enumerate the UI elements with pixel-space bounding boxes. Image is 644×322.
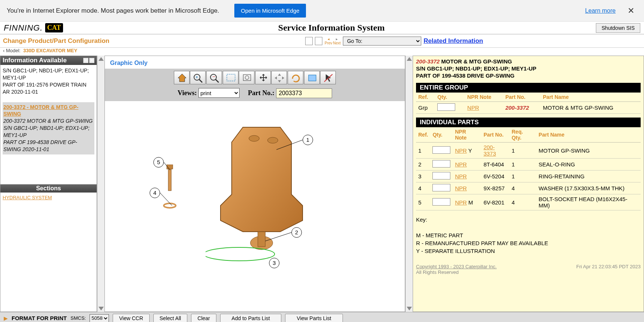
shutdown-button[interactable]: Shutdown SIS (596, 23, 640, 33)
scrollbar-left[interactable] (97, 56, 104, 312)
timestamp: Fri Apr 21 22:03:45 PDT 2023 (576, 264, 641, 275)
callout-2[interactable]: 2 (291, 227, 302, 238)
entire-group-table: Ref. Qty. NPR Note Part No. Part Name Gr… (416, 93, 641, 114)
section-link-hydraulic[interactable]: HYDRAULIC SYSTEM (3, 195, 52, 200)
svg-marker-13 (282, 76, 284, 79)
brand-text: FINNING. (4, 23, 43, 33)
callout-1[interactable]: 1 (303, 135, 313, 145)
top-bar: FINNING. CAT Service Information System … (0, 22, 644, 34)
svg-line-5 (216, 79, 219, 82)
learn-more-link[interactable]: Learn more (585, 7, 616, 14)
pan-icon[interactable] (271, 71, 287, 84)
svg-rect-7 (227, 74, 235, 81)
cd-icon[interactable] (305, 37, 313, 45)
home-icon[interactable] (174, 71, 190, 84)
partno-link[interactable]: 200-3373 (484, 144, 496, 157)
right-pane: 200-3372 MOTOR & MTG GP-SWING S/N GBC1-U… (413, 56, 644, 312)
group-partno: 200-3372 (503, 102, 541, 114)
move-icon[interactable] (255, 71, 271, 84)
svg-marker-10 (278, 74, 281, 76)
model-line: ‹ Model: 330D EXCAVATOR MEY (0, 48, 644, 56)
col-name: Part Name (541, 93, 641, 102)
smcs-select[interactable]: 5058 (90, 314, 109, 322)
svg-text:−: − (212, 74, 215, 79)
part-code: 200-3372 (416, 58, 440, 65)
npr-link[interactable]: NPR (455, 147, 467, 154)
selected-item-link[interactable]: 200-3372 - MOTOR & MTG GP-SWING (3, 104, 78, 117)
qty-input[interactable] (437, 103, 455, 111)
views-row: Views: print Part No.: (105, 87, 405, 101)
selected-item-desc: 200-3372 MOTOR & MTG GP-SWING S/N GBC1-U… (3, 118, 94, 153)
page-title: Service Information System (67, 23, 596, 33)
select-all-button[interactable]: Select All (153, 314, 188, 322)
info-block-1: S/N GBC1-UP; NBD1-UP; EDX1-UP; MEY1-UP P… (3, 67, 94, 96)
motor-illustration (206, 120, 318, 262)
document-icon[interactable] (315, 37, 322, 45)
svg-rect-14 (309, 75, 316, 81)
open-edge-button[interactable]: Open in Microsoft Edge (234, 4, 306, 18)
info-available-body: S/N GBC1-UP; NBD1-UP; EDX1-UP; MEY1-UP P… (0, 65, 97, 184)
clear-button[interactable]: Clear (191, 314, 216, 322)
key-block: Key: M - METRIC PART R - REMANUFACTURED … (416, 216, 641, 255)
copyright-link[interactable]: Copyright 1993 - 2023 Caterpillar Inc. (416, 264, 497, 269)
npr-link[interactable]: NPR (455, 161, 467, 168)
qty-input[interactable] (432, 160, 450, 168)
serial-numbers: S/N GBC1-UP; NBD1-UP; EDX1-UP; MEY1-UP (416, 65, 537, 72)
callout-5[interactable]: 5 (153, 157, 164, 168)
zoom-out-icon[interactable]: − (206, 71, 222, 84)
qty-input[interactable] (432, 198, 450, 206)
right-footer: Copyright 1993 - 2023 Caterpillar Inc. A… (416, 264, 641, 275)
part-row: 3 NPR 6V-5204 1 RING-RETAINING (416, 171, 641, 182)
svg-point-18 (249, 135, 259, 141)
scrollbar-middle[interactable] (405, 56, 413, 312)
svg-point-19 (268, 137, 278, 143)
col-npr: NPR Note (465, 93, 503, 102)
smcs-label: SMCS: (71, 315, 86, 321)
col-ref: Ref. (416, 93, 435, 102)
graphic-pane: Graphic Only + − Views: print Part No.: (104, 56, 405, 312)
qty-input[interactable] (432, 172, 450, 179)
npr-link[interactable]: NPR (455, 199, 467, 206)
prev-button[interactable]: ◂Prev (325, 37, 332, 45)
minimize-icon[interactable]: – (83, 58, 88, 63)
npr-link[interactable]: NPR (467, 104, 479, 111)
selected-item[interactable]: 200-3372 - MOTOR & MTG GP-SWING 200-3372… (3, 102, 94, 154)
svg-line-15 (324, 74, 332, 82)
ie-mode-banner: You're in Internet Explorer mode. Most p… (0, 0, 644, 22)
sidebar: Information Available – × S/N GBC1-UP; N… (0, 56, 97, 312)
next-button[interactable]: ▸Next (333, 37, 341, 45)
npr-link[interactable]: NPR (455, 173, 467, 179)
view-ccr-button[interactable]: View CCR (113, 314, 149, 322)
view-parts-button[interactable]: View Parts List (285, 314, 343, 322)
zoom-fit-icon[interactable] (239, 71, 254, 84)
qty-input[interactable] (432, 146, 450, 154)
arrow-icon: ▶ (4, 315, 8, 321)
entire-group-bar: ENTIRE GROUP (416, 83, 641, 93)
zoom-region-icon[interactable] (223, 71, 238, 84)
part-title: MOTOR & MTG GP-SWING (441, 58, 512, 65)
change-product-link[interactable]: Change Product/Part Configuration (3, 37, 109, 44)
npr-link[interactable]: NPR (455, 185, 467, 191)
views-select[interactable]: print (198, 88, 240, 98)
popup-icon[interactable] (304, 71, 320, 84)
related-info-link[interactable]: Related Information (423, 37, 483, 45)
svg-rect-22 (167, 165, 173, 169)
callout-3[interactable]: 3 (269, 258, 279, 268)
close-panel-icon[interactable]: × (89, 58, 94, 63)
partno-input[interactable] (276, 88, 332, 98)
close-icon[interactable]: ✕ (625, 6, 637, 16)
callout-4[interactable]: 4 (150, 188, 160, 198)
individual-parts-table: Ref. Qty. NPR Note Part No. Req. Qty. Pa… (416, 127, 641, 210)
zoom-in-icon[interactable]: + (190, 71, 206, 84)
rotate-icon[interactable] (288, 71, 303, 84)
qty-input[interactable] (432, 184, 450, 191)
svg-rect-17 (258, 232, 265, 247)
bolt-illustration (161, 165, 179, 224)
content: Information Available – × S/N GBC1-UP; N… (0, 56, 644, 312)
diagram-area[interactable]: 1 2 3 4 5 (105, 101, 405, 312)
info-available-header: Information Available – × (0, 56, 97, 65)
svg-marker-11 (278, 80, 281, 82)
goto-select[interactable]: Go To: (343, 37, 421, 46)
pointer-icon[interactable] (320, 71, 336, 84)
add-parts-button[interactable]: Add to Parts List (220, 314, 282, 322)
